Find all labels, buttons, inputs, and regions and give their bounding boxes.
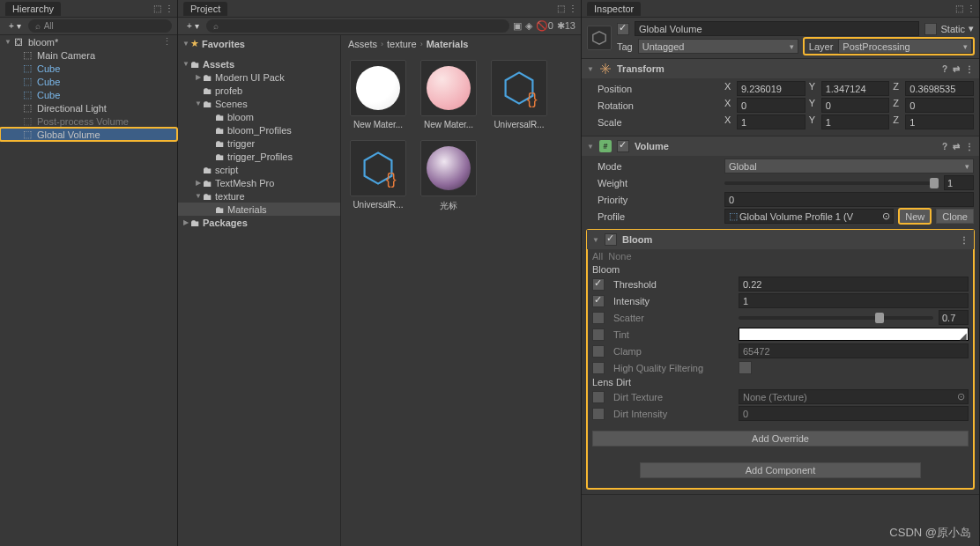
- project-tree-item[interactable]: 🖿trigger: [178, 136, 340, 150]
- project-tree-item[interactable]: 🖿Materials: [178, 203, 340, 216]
- project-tree-item[interactable]: 🖿bloom_Profiles: [178, 123, 340, 136]
- clamp-override[interactable]: [592, 345, 605, 358]
- bloom-all[interactable]: All: [592, 251, 603, 262]
- layer-dropdown[interactable]: PostProcessing: [838, 39, 972, 54]
- tag-dropdown[interactable]: Untagged: [638, 39, 798, 54]
- scale-x[interactable]: 1: [737, 114, 806, 129]
- profile-new-button[interactable]: New: [899, 209, 931, 224]
- hierarchy-tab[interactable]: Hierarchy: [5, 2, 61, 16]
- dirttex-override[interactable]: [592, 391, 605, 403]
- breadcrumb-item[interactable]: texture: [387, 39, 417, 49]
- tint-override[interactable]: [592, 328, 605, 341]
- project-tab[interactable]: Project: [183, 2, 227, 16]
- preset-icon[interactable]: ⇄: [953, 64, 960, 74]
- add-override-button[interactable]: Add Override: [592, 431, 969, 446]
- project-search[interactable]: ⌕: [206, 19, 509, 33]
- inspector-tab[interactable]: Inspector: [587, 2, 641, 16]
- transform-header[interactable]: ▼ Transform ?⇄⋮: [582, 59, 979, 78]
- filter-icon[interactable]: ◈: [525, 20, 532, 32]
- add-button[interactable]: + ▾: [5, 20, 25, 32]
- dirtint-field[interactable]: 0: [739, 406, 969, 421]
- hierarchy-item[interactable]: ⬚Cube: [0, 62, 177, 75]
- dirttex-field[interactable]: None (Texture)⊙: [739, 389, 969, 404]
- context-menu-icon[interactable]: ⋮: [165, 4, 174, 13]
- scale-z[interactable]: 1: [905, 114, 974, 129]
- preset-icon[interactable]: ⇄: [953, 142, 960, 151]
- project-tree-item[interactable]: 🖿bloom: [178, 110, 340, 123]
- help-icon[interactable]: ?: [942, 142, 947, 151]
- gameobject-icon[interactable]: [587, 26, 612, 50]
- breadcrumb-item[interactable]: Materials: [427, 39, 469, 49]
- clamp-field[interactable]: 65472: [739, 343, 969, 358]
- hidden-count[interactable]: 🚫0: [536, 20, 553, 32]
- profile-clone-button[interactable]: Clone: [936, 209, 974, 224]
- add-component-button[interactable]: Add Component: [640, 462, 921, 478]
- hierarchy-item[interactable]: ⬚Cube: [0, 75, 177, 88]
- layers-count[interactable]: ✱13: [557, 20, 575, 32]
- menu-icon[interactable]: ⋮: [965, 64, 974, 74]
- scatter-slider[interactable]: 0.7: [739, 310, 969, 325]
- asset-item[interactable]: New Mater...: [348, 60, 408, 129]
- tint-color[interactable]: [739, 328, 969, 341]
- context-menu-icon[interactable]: ⋮: [568, 4, 577, 13]
- hierarchy-item[interactable]: ⬚Directional Light: [0, 101, 177, 114]
- project-tree-item[interactable]: ▶🖿TextMesh Pro: [178, 176, 340, 189]
- rot-x[interactable]: 0: [737, 98, 806, 113]
- hierarchy-item[interactable]: ⬚Cube: [0, 88, 177, 101]
- add-button[interactable]: + ▾: [183, 20, 203, 32]
- bloom-header[interactable]: ▼ Bloom ⋮: [587, 230, 974, 249]
- intensity-field[interactable]: 1: [739, 293, 969, 308]
- rot-y[interactable]: 0: [821, 98, 890, 113]
- project-tree-item[interactable]: ▼🖿Assets: [178, 57, 340, 70]
- active-checkbox[interactable]: [617, 23, 629, 35]
- favorites-root[interactable]: ▼★Favorites: [178, 37, 340, 50]
- hierarchy-item-selected[interactable]: ⬚Global Volume: [0, 128, 177, 141]
- lock-icon[interactable]: ⬚: [153, 4, 161, 13]
- pos-z[interactable]: 0.3698535: [905, 81, 974, 96]
- asset-item[interactable]: {}UniversalR...: [348, 140, 408, 212]
- project-tree-item[interactable]: 🖿profeb: [178, 84, 340, 97]
- help-icon[interactable]: ?: [942, 64, 947, 74]
- profile-field[interactable]: ⬚Global Volume Profile 1 (V⊙: [724, 209, 894, 224]
- hq-check[interactable]: [739, 361, 752, 374]
- project-tree-item[interactable]: ▶🖿Packages: [178, 216, 340, 229]
- scatter-override[interactable]: [592, 312, 605, 324]
- asset-item[interactable]: New Mater...: [419, 60, 479, 129]
- intensity-override[interactable]: [592, 295, 605, 307]
- menu-icon[interactable]: ⋮: [965, 142, 974, 151]
- static-toggle[interactable]: Static▾: [924, 23, 974, 35]
- bloom-enabled[interactable]: [605, 233, 617, 246]
- dirtint-override[interactable]: [592, 408, 605, 420]
- pos-y[interactable]: 1.347124: [821, 81, 890, 96]
- menu-icon[interactable]: ⋮: [960, 235, 969, 245]
- rot-z[interactable]: 0: [905, 98, 974, 113]
- hierarchy-search[interactable]: ⌕All: [28, 19, 172, 33]
- lock-icon[interactable]: ⬚: [955, 4, 963, 13]
- project-tree-item[interactable]: 🖿trigger_Profiles: [178, 150, 340, 163]
- project-tree-item[interactable]: ▶🖿Modern UI Pack: [178, 70, 340, 84]
- volume-header[interactable]: ▼ # Volume ?⇄⋮: [582, 136, 979, 156]
- lock-icon[interactable]: ⬚: [557, 4, 565, 13]
- asset-item[interactable]: {}UniversalR...: [489, 60, 549, 129]
- weight-slider[interactable]: 1: [724, 175, 974, 190]
- breadcrumb[interactable]: Assets› texture› Materials: [341, 35, 581, 53]
- project-tree-item[interactable]: ▼🖿texture: [178, 189, 340, 203]
- threshold-override[interactable]: [592, 278, 605, 291]
- volume-enabled[interactable]: [617, 140, 629, 152]
- mode-dropdown[interactable]: Global: [724, 159, 974, 173]
- filter-icon[interactable]: ▣: [513, 20, 522, 32]
- bloom-none[interactable]: None: [608, 251, 631, 262]
- context-menu-icon[interactable]: ⋮: [967, 4, 976, 13]
- asset-item[interactable]: 光标: [419, 140, 479, 212]
- project-tree-item[interactable]: ▼🖿Scenes: [178, 97, 340, 110]
- hq-override[interactable]: [592, 362, 605, 374]
- pos-x[interactable]: 9.236019: [737, 81, 806, 96]
- scene-row[interactable]: ▼⛋bloom*⋮: [0, 35, 177, 48]
- hierarchy-item[interactable]: ⬚Post-process Volume: [0, 114, 177, 128]
- project-tree-item[interactable]: 🖿script: [178, 163, 340, 176]
- hierarchy-item[interactable]: ⬚Main Camera: [0, 48, 177, 62]
- breadcrumb-item[interactable]: Assets: [348, 39, 377, 49]
- threshold-field[interactable]: 0.22: [739, 277, 969, 291]
- scale-y[interactable]: 1: [821, 114, 890, 129]
- priority-field[interactable]: 0: [724, 192, 974, 207]
